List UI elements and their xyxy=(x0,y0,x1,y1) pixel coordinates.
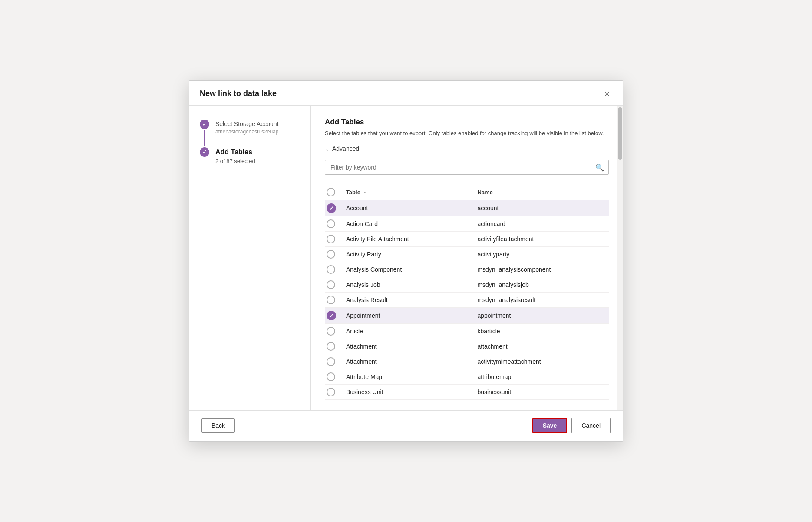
dialog: New link to data lake × ✓ Select Storage… xyxy=(189,80,623,442)
col-header-checkbox xyxy=(325,184,346,200)
row-checkbox-unchecked[interactable] xyxy=(327,372,335,381)
table-row: ✓Accountaccount xyxy=(325,200,609,216)
close-button[interactable]: × xyxy=(602,89,612,99)
row-entity-name: msdyn_analysisjob xyxy=(477,277,609,293)
row-entity-name: businessunit xyxy=(477,385,609,400)
main-panel: Add Tables Select the tables that you wa… xyxy=(311,106,623,411)
row-table-name: Activity Party xyxy=(346,247,478,262)
row-entity-name: attributemap xyxy=(477,369,609,385)
table-row: Activity File Attachmentactivityfileatta… xyxy=(325,232,609,247)
row-checkbox-unchecked[interactable] xyxy=(327,265,335,274)
table-row: Activity Partyactivityparty xyxy=(325,247,609,262)
row-checkbox-unchecked[interactable] xyxy=(327,342,335,351)
step-1-left: ✓ xyxy=(200,120,209,147)
table-row: Action Cardactioncard xyxy=(325,216,609,232)
dialog-header: New link to data lake × xyxy=(189,81,623,106)
step-2-content: Add Tables 2 of 87 selected xyxy=(215,147,255,164)
row-table-name: Account xyxy=(346,200,478,216)
col-name-label: Name xyxy=(477,189,492,196)
row-table-name: Analysis Component xyxy=(346,262,478,277)
step-select-storage: ✓ Select Storage Account athenastorageea… xyxy=(200,120,300,147)
step-2-checkmark: ✓ xyxy=(202,149,207,155)
footer-right: Save Cancel xyxy=(532,418,611,433)
table-row: Analysis Resultmsdyn_analysisresult xyxy=(325,293,609,308)
row-table-name: Analysis Job xyxy=(346,277,478,293)
step-1-checkmark: ✓ xyxy=(202,121,207,127)
section-title: Add Tables xyxy=(325,118,609,126)
row-table-name: Analysis Result xyxy=(346,293,478,308)
row-checkbox-unchecked[interactable] xyxy=(327,235,335,243)
step-connector xyxy=(204,130,205,146)
dialog-title: New link to data lake xyxy=(200,89,277,98)
table-row: Attachmentactivitymimeattachment xyxy=(325,354,609,369)
table-row: Analysis Componentmsdyn_analysiscomponen… xyxy=(325,262,609,277)
section-desc: Select the tables that you want to expor… xyxy=(325,129,609,138)
step-2-sub: 2 of 87 selected xyxy=(215,158,255,164)
footer-left: Back xyxy=(201,418,235,433)
row-table-name: Attachment xyxy=(346,339,478,354)
row-checkbox-checked[interactable]: ✓ xyxy=(327,203,336,213)
tables-list: Table ↑ Name ✓AccountaccountAction Carda… xyxy=(325,184,609,400)
row-checkbox-unchecked[interactable] xyxy=(327,296,335,304)
table-body: ✓AccountaccountAction CardactioncardActi… xyxy=(325,200,609,400)
row-entity-name: actioncard xyxy=(477,216,609,232)
dialog-body: ✓ Select Storage Account athenastorageea… xyxy=(189,106,623,411)
row-table-name: Appointment xyxy=(346,308,478,324)
table-row: Attribute Mapattributemap xyxy=(325,369,609,385)
row-entity-name: msdyn_analysisresult xyxy=(477,293,609,308)
filter-row: 🔍 xyxy=(325,160,609,175)
row-checkbox-unchecked[interactable] xyxy=(327,388,335,396)
row-checkbox-unchecked[interactable] xyxy=(327,327,335,336)
table-row: Business Unitbusinessunit xyxy=(325,385,609,400)
stepper-sidebar: ✓ Select Storage Account athenastorageea… xyxy=(189,106,311,411)
row-checkbox-unchecked[interactable] xyxy=(327,357,335,366)
row-checkbox-unchecked[interactable] xyxy=(327,250,335,259)
row-table-name: Action Card xyxy=(346,216,478,232)
row-table-name: Attribute Map xyxy=(346,369,478,385)
row-entity-name: attachment xyxy=(477,339,609,354)
scrollbar-thumb xyxy=(618,107,622,160)
table-row: Attachmentattachment xyxy=(325,339,609,354)
row-checkbox-unchecked[interactable] xyxy=(327,219,335,228)
row-checkbox-unchecked[interactable] xyxy=(327,280,335,289)
step-1-label: Select Storage Account xyxy=(215,120,279,128)
row-table-name: Activity File Attachment xyxy=(346,232,478,247)
advanced-label: Advanced xyxy=(332,145,359,152)
row-table-name: Business Unit xyxy=(346,385,478,400)
col-header-table[interactable]: Table ↑ xyxy=(346,184,478,200)
step-2-label: Add Tables xyxy=(215,148,255,157)
col-header-name: Name xyxy=(477,184,609,200)
step-add-tables: ✓ Add Tables 2 of 87 selected xyxy=(200,147,300,164)
row-checkbox-checked[interactable]: ✓ xyxy=(327,311,336,320)
row-table-name: Article xyxy=(346,324,478,339)
table-row: Analysis Jobmsdyn_analysisjob xyxy=(325,277,609,293)
table-row: ✓Appointmentappointment xyxy=(325,308,609,324)
step-1-sub: athenastorageeastus2euap xyxy=(215,129,279,135)
dialog-footer: Back Save Cancel xyxy=(189,410,623,441)
step-2-circle: ✓ xyxy=(200,147,209,157)
cancel-button[interactable]: Cancel xyxy=(571,418,611,433)
back-button[interactable]: Back xyxy=(201,418,235,433)
row-entity-name: activityfileattachment xyxy=(477,232,609,247)
select-all-checkbox[interactable] xyxy=(327,188,335,196)
row-entity-name: account xyxy=(477,200,609,216)
step-1-circle: ✓ xyxy=(200,120,209,129)
row-entity-name: msdyn_analysiscomponent xyxy=(477,262,609,277)
step-1-content: Select Storage Account athenastorageeast… xyxy=(215,120,279,135)
table-row: Articlekbarticle xyxy=(325,324,609,339)
tables-table: Table ↑ Name ✓AccountaccountAction Carda… xyxy=(325,184,609,400)
scrollbar[interactable] xyxy=(617,106,623,411)
chevron-down-icon: ⌄ xyxy=(325,146,330,152)
row-entity-name: activitymimeattachment xyxy=(477,354,609,369)
save-button[interactable]: Save xyxy=(532,418,568,433)
row-entity-name: kbarticle xyxy=(477,324,609,339)
row-entity-name: appointment xyxy=(477,308,609,324)
row-entity-name: activityparty xyxy=(477,247,609,262)
search-icon[interactable]: 🔍 xyxy=(595,163,604,172)
step-2-left: ✓ xyxy=(200,147,209,157)
search-input[interactable] xyxy=(325,160,595,174)
table-header-row: Table ↑ Name xyxy=(325,184,609,200)
col-table-label: Table xyxy=(346,189,360,196)
row-table-name: Attachment xyxy=(346,354,478,369)
advanced-toggle[interactable]: ⌄ Advanced xyxy=(325,145,609,152)
